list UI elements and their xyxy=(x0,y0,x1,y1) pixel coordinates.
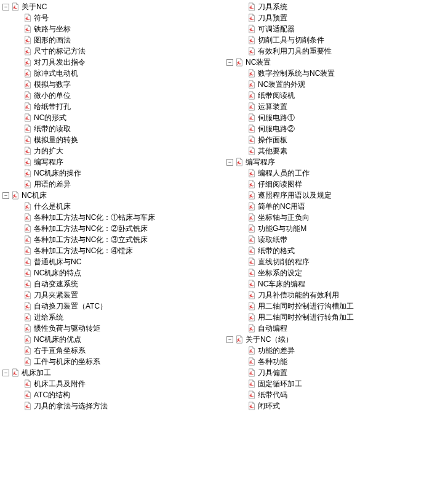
tree-node-label[interactable]: 操作面板 xyxy=(258,134,287,145)
tree-node[interactable]: 刀具的拿法与选择方法 xyxy=(0,400,224,411)
tree-node[interactable]: NC机床的操作 xyxy=(0,168,224,179)
tree-node-label[interactable]: 遵照程序用语以及规定 xyxy=(258,190,332,201)
tree-node-label[interactable]: 编写程序 xyxy=(246,156,275,168)
tree-node[interactable]: 用二轴同时控制进行转角加工 xyxy=(224,312,448,323)
tree-node[interactable]: 功能的差异 xyxy=(224,345,448,356)
tree-node-label[interactable]: 用二轴同时控制进行沟槽加工 xyxy=(258,301,354,312)
tree-node-label[interactable]: 各种加工方法与NC化：③立式铣床 xyxy=(34,234,148,245)
tree-node-label[interactable]: 编程人员的工作 xyxy=(258,168,310,179)
tree-node[interactable]: −机床加工 xyxy=(0,367,224,378)
tree-node-label[interactable]: 运算装置 xyxy=(258,101,287,112)
collapse-toggle[interactable]: − xyxy=(2,192,9,199)
tree-node-label[interactable]: NC装置的外观 xyxy=(258,79,305,90)
tree-node[interactable]: −编写程序 xyxy=(224,156,448,168)
tree-node[interactable]: 自动编程 xyxy=(224,323,448,334)
tree-node[interactable]: 功能G与功能M xyxy=(224,223,448,234)
tree-node-label[interactable]: NC的形式 xyxy=(34,112,66,123)
tree-node[interactable]: −关于NC xyxy=(0,1,224,12)
tree-node-label[interactable]: 仔细阅读图样 xyxy=(258,179,302,190)
tree-node-label[interactable]: NC机床 xyxy=(22,190,47,201)
tree-node-label[interactable]: 纸带的格式 xyxy=(258,245,295,256)
tree-node[interactable]: 纸带的格式 xyxy=(224,245,448,256)
tree-node[interactable]: 仔细阅读图样 xyxy=(224,179,448,190)
tree-node[interactable]: NC机床的特点 xyxy=(0,267,224,278)
tree-node[interactable]: 工件与机床的坐标系 xyxy=(0,356,224,367)
tree-node-label[interactable]: 坐标轴与正负向 xyxy=(258,212,310,223)
tree-node-label[interactable]: NC机床的操作 xyxy=(34,168,81,179)
tree-node-label[interactable]: 刀具预置 xyxy=(258,12,287,23)
tree-node-label[interactable]: 固定循环加工 xyxy=(258,378,302,389)
collapse-toggle[interactable]: − xyxy=(226,59,233,66)
tree-node-label[interactable]: 自动编程 xyxy=(258,323,287,334)
tree-node[interactable]: 运算装置 xyxy=(224,101,448,112)
tree-node[interactable]: 各种加工方法与NC化：④镗床 xyxy=(0,245,224,256)
tree-node[interactable]: 纸带代码 xyxy=(224,389,448,400)
tree-node-label[interactable]: 模拟与数字 xyxy=(34,79,71,90)
tree-node[interactable]: 符号 xyxy=(0,12,224,23)
tree-node-label[interactable]: 给纸带打孔 xyxy=(34,101,71,112)
tree-node-label[interactable]: 关于NC（续） xyxy=(246,334,293,345)
tree-node-label[interactable]: 模拟量的转换 xyxy=(34,134,78,145)
tree-node[interactable]: 自动变速系统 xyxy=(0,278,224,289)
tree-node[interactable]: 什么是机床 xyxy=(0,201,224,212)
tree-node-label[interactable]: 微小的单位 xyxy=(34,90,71,101)
tree-node[interactable]: 自动换刀装置（ATC） xyxy=(0,301,224,312)
tree-node[interactable]: 机床工具及附件 xyxy=(0,378,224,389)
collapse-toggle[interactable]: − xyxy=(226,336,233,343)
tree-node[interactable]: 用二轴同时控制进行沟槽加工 xyxy=(224,301,448,312)
tree-node[interactable]: 铁路与坐标 xyxy=(0,23,224,34)
tree-node-label[interactable]: NC装置 xyxy=(246,57,271,68)
tree-node[interactable]: 脉冲式电动机 xyxy=(0,68,224,79)
tree-node-label[interactable]: 尺寸的标记方法 xyxy=(34,46,86,57)
tree-node-label[interactable]: 其他要素 xyxy=(258,145,287,156)
tree-node[interactable]: 直线切削的程序 xyxy=(224,256,448,267)
tree-node[interactable]: 刀具预置 xyxy=(224,12,448,23)
tree-node[interactable]: 伺服电路② xyxy=(224,123,448,134)
tree-node-label[interactable]: ATC的结构 xyxy=(34,389,70,400)
tree-node-label[interactable]: 进给系统 xyxy=(34,312,63,323)
tree-node[interactable]: NC机床的优点 xyxy=(0,334,224,345)
tree-node-label[interactable]: 数字控制系统与NC装置 xyxy=(258,68,335,79)
tree-node-label[interactable]: 纸带的读取 xyxy=(34,123,71,134)
collapse-toggle[interactable]: − xyxy=(226,159,233,166)
tree-node[interactable]: 普通机床与NC xyxy=(0,256,224,267)
tree-node[interactable]: 坐标轴与正负向 xyxy=(224,212,448,223)
tree-node[interactable]: 力的扩大 xyxy=(0,145,224,156)
tree-node-label[interactable]: 右手直角坐标系 xyxy=(34,345,86,356)
tree-node[interactable]: 编程人员的工作 xyxy=(224,168,448,179)
tree-node[interactable]: 纸带的读取 xyxy=(0,123,224,134)
tree-node-label[interactable]: 功能G与功能M xyxy=(258,223,306,234)
tree-node-label[interactable]: 伺服电路① xyxy=(258,112,295,123)
tree-node[interactable]: 刀具补偿功能的有效利用 xyxy=(224,289,448,301)
tree-node[interactable]: 数字控制系统与NC装置 xyxy=(224,68,448,79)
tree-node-label[interactable]: 普通机床与NC xyxy=(34,256,81,267)
tree-node[interactable]: −NC机床 xyxy=(0,190,224,201)
tree-node[interactable]: 简单的NC用语 xyxy=(224,201,448,212)
tree-node[interactable]: 尺寸的标记方法 xyxy=(0,46,224,57)
tree-node-label[interactable]: 对刀具发出指令 xyxy=(34,57,86,68)
tree-node-label[interactable]: 刀具系统 xyxy=(258,1,287,12)
tree-node[interactable]: 微小的单位 xyxy=(0,90,224,101)
tree-node[interactable]: 各种加工方法与NC化：②卧式铣床 xyxy=(0,223,224,234)
tree-node-label[interactable]: 自动变速系统 xyxy=(34,278,78,289)
tree-node[interactable]: 编写程序 xyxy=(0,156,224,168)
tree-node-label[interactable]: 直线切削的程序 xyxy=(258,256,310,267)
tree-node-label[interactable]: 编写程序 xyxy=(34,156,63,168)
tree-node-label[interactable]: 各种加工方法与NC化：②卧式铣床 xyxy=(34,223,148,234)
tree-node[interactable]: 操作面板 xyxy=(224,134,448,145)
tree-node[interactable]: −关于NC（续） xyxy=(224,334,448,345)
tree-node[interactable]: 模拟与数字 xyxy=(0,79,224,90)
tree-node-label[interactable]: 用语的差异 xyxy=(34,179,71,190)
tree-node-label[interactable]: 图形的画法 xyxy=(34,34,71,46)
collapse-toggle[interactable]: − xyxy=(2,4,9,10)
tree-node[interactable]: 刀具系统 xyxy=(224,1,448,12)
tree-node[interactable]: 模拟量的转换 xyxy=(0,134,224,145)
tree-node[interactable]: 读取纸带 xyxy=(224,234,448,245)
tree-node[interactable]: NC装置的外观 xyxy=(224,79,448,90)
tree-node[interactable]: 有效利用刀具的重要性 xyxy=(224,46,448,57)
tree-node[interactable]: 对刀具发出指令 xyxy=(0,57,224,68)
tree-node-label[interactable]: 有效利用刀具的重要性 xyxy=(258,46,332,57)
tree-node-label[interactable]: NC机床的优点 xyxy=(34,334,81,345)
tree-node-label[interactable]: 工件与机床的坐标系 xyxy=(34,356,100,367)
tree-node[interactable]: NC的形式 xyxy=(0,112,224,123)
